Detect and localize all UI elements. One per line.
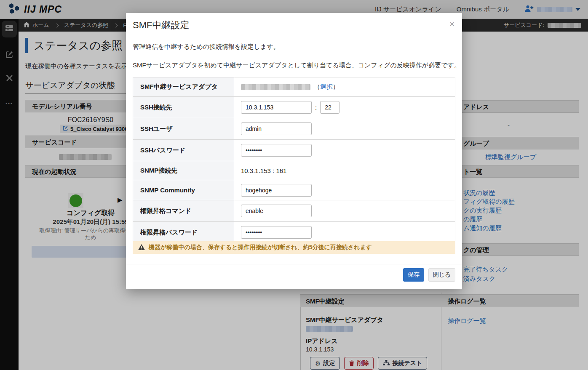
paren-open: （ (314, 83, 320, 91)
screen: IIJ MPC IIJ サービスオンライン Omnibus ポータル (0, 0, 588, 370)
field-label: SSH接続先 (133, 97, 234, 118)
field-label: SSHユーザ (133, 118, 234, 139)
form-row-ssh-password: SSHパスワード (133, 140, 455, 161)
close-button[interactable]: 閉じる (428, 268, 455, 282)
form-row-relay-adapter: SMF中継サービスアダプタ （選択） (133, 77, 455, 97)
relay-adapter-redacted (241, 84, 310, 90)
field-label: SSHパスワード (133, 140, 234, 161)
form-row-ssh-user: SSHユーザ (133, 118, 455, 140)
warning-icon (138, 244, 145, 251)
ssh-port-input[interactable] (320, 101, 339, 114)
select-adapter-link[interactable]: 選択 (320, 83, 333, 91)
field-label: SNMP Community (133, 180, 234, 200)
field-label: SMF中継サービスアダプタ (133, 77, 234, 96)
save-button[interactable]: 保存 (403, 268, 424, 282)
paren-close: ） (333, 83, 339, 91)
field-label: SNMP接続先 (133, 161, 234, 180)
priv-command-input[interactable] (241, 205, 312, 217)
warning-text: 機器が稼働中の場合、保存すると操作用接続が切断され、約5分後に再接続されます (149, 244, 372, 251)
snmp-community-input[interactable] (241, 184, 312, 197)
field-label: 権限昇格パスワード (133, 222, 234, 243)
form-row-snmp-endpoint: SNMP接続先 10.3.1.153 : 161 (133, 161, 455, 180)
field-label: 権限昇格コマンド (133, 200, 234, 221)
relay-settings-form: SMF中継サービスアダプタ （選択） SSH接続先 : SSHユーザ S (133, 77, 455, 243)
form-row-ssh-endpoint: SSH接続先 : (133, 97, 455, 118)
smf-relay-settings-modal: SMF中継設定 × 管理通信を中継するための接続情報を設定します。 SMFサービ… (126, 13, 462, 289)
snmp-endpoint-value: 10.3.1.153 : 161 (241, 167, 286, 174)
port-separator: : (315, 104, 317, 111)
priv-password-input[interactable] (241, 226, 312, 239)
ssh-password-input[interactable] (241, 144, 312, 157)
form-row-priv-password: 権限昇格パスワード (133, 222, 455, 243)
modal-description-2: SMFサービスアダプタを初めて中継サービスアダプタとして割り当てる場合、コンフィ… (133, 61, 460, 69)
modal-description-1: 管理通信を中継するための接続情報を設定します。 (133, 43, 280, 51)
modal-footer-divider (126, 264, 462, 264)
warning-banner: 機器が稼働中の場合、保存すると操作用接続が切断され、約5分後に再接続されます (133, 241, 455, 254)
form-row-priv-command: 権限昇格コマンド (133, 200, 455, 222)
modal-title-divider (126, 36, 462, 36)
close-icon[interactable]: × (449, 20, 454, 28)
form-row-snmp-community: SNMP Community (133, 180, 455, 200)
ssh-user-input[interactable] (241, 122, 312, 135)
ssh-host-input[interactable] (241, 101, 312, 114)
modal-title: SMF中継設定 (133, 19, 189, 32)
